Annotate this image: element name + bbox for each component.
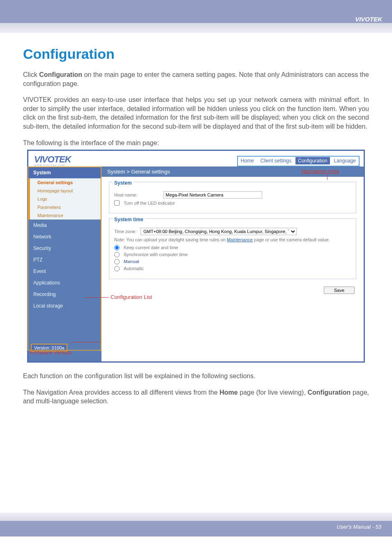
sidebar-item-recording[interactable]: Recording	[28, 289, 101, 300]
sidebar-sub-general-settings[interactable]: General settings	[30, 178, 101, 187]
page-title: Configuration	[23, 46, 369, 62]
footer-page-number: User's Manual - 53	[337, 524, 381, 530]
home-keyword: Home	[219, 389, 238, 396]
intro-para-2: VIVOTEK provides an easy-to-use user int…	[23, 95, 369, 131]
configuration-keyword-2: Configuration	[307, 389, 350, 396]
nav-configuration[interactable]: Configuration	[295, 157, 330, 164]
sidebar-item-media[interactable]: Media	[28, 220, 101, 231]
sidebar-sub-logs[interactable]: Logs	[30, 195, 101, 203]
top-navigation: Home Client settings Configuration Langu…	[238, 157, 358, 165]
closing-para-2: The Navigation Area provides access to a…	[23, 388, 369, 406]
radio-sync-computer[interactable]	[114, 252, 120, 257]
host-name-input[interactable]	[164, 191, 262, 199]
timezone-note: Note: You can upload your daylight savin…	[114, 237, 351, 243]
text: Click	[23, 71, 39, 78]
annotation-line	[71, 342, 100, 342]
screenshot-box: VIVOTEK WWW.VIVOTEK.COM Home Client sett…	[27, 150, 365, 363]
timezone-label: Time zone:	[114, 229, 136, 234]
radio-manual-label: Manual	[124, 259, 139, 264]
annotation-configuration-list-row: Configuration List	[109, 294, 364, 300]
content-area: Configuration Click Configuration on the…	[0, 33, 392, 406]
brand-title: VIVOTEK	[355, 16, 382, 23]
radio-manual[interactable]	[114, 259, 120, 264]
topnav-outline: Home Client settings Configuration Langu…	[237, 156, 360, 166]
led-indicator-label: Turn off the LED indicator	[124, 201, 175, 206]
sidebar-item-network[interactable]: Network	[28, 231, 101, 243]
radio-sync-computer-label: Synchronize with computer time	[124, 252, 188, 257]
maintenance-link[interactable]: Maintenance	[227, 237, 253, 242]
text: page or use the camera default value.	[253, 237, 330, 242]
sidebar-sub-maintenance[interactable]: Maintenance	[30, 211, 101, 220]
radio-keep-current[interactable]	[114, 245, 120, 250]
annotation-line	[327, 174, 327, 180]
sidebar-group-system[interactable]: System	[28, 167, 101, 178]
save-button[interactable]: Save	[324, 287, 355, 294]
screenshot-top-bar: VIVOTEK WWW.VIVOTEK.COM Home Client sett…	[28, 151, 364, 166]
sidebar-item-event[interactable]: Event	[28, 266, 101, 277]
sidebar-item-local-storage[interactable]: Local storage	[28, 300, 101, 312]
nav-home[interactable]: Home	[238, 157, 256, 164]
page-header: VIVOTEK	[0, 0, 392, 33]
sidebar: System General settings Homepage layout …	[28, 166, 101, 361]
sidebar-sub-homepage-layout[interactable]: Homepage layout	[30, 187, 101, 195]
radio-keep-current-label: Keep current date and time	[124, 245, 178, 250]
timezone-select[interactable]: GMT+08:00 Beijing, Chongqing, Hong Kong,…	[141, 228, 297, 235]
main-pane: System > General settings Navigation Are…	[101, 166, 364, 361]
system-time-fieldset: System time Time zone: GMT+08:00 Beijing…	[109, 218, 356, 279]
radio-automatic[interactable]	[114, 266, 120, 271]
sidebar-submenu: General settings Homepage layout Logs Pa…	[28, 178, 101, 220]
sidebar-item-security[interactable]: Security	[28, 243, 101, 254]
annotation-line	[84, 297, 109, 298]
intro-para-1: Click Configuration on the main page to …	[23, 70, 369, 88]
host-name-label: Host name:	[114, 192, 159, 197]
closing-para-1: Each function on the configuration list …	[23, 372, 369, 381]
annotation-navigation-area: Navigation Area	[301, 168, 339, 174]
system-time-legend: System time	[113, 217, 145, 222]
sidebar-item-ptz[interactable]: PTZ	[28, 254, 101, 266]
screenshot-body: System General settings Homepage layout …	[28, 166, 364, 361]
text: The Navigation Area provides access to a…	[23, 389, 219, 396]
text: page (for live viewing),	[238, 389, 308, 396]
nav-client-settings[interactable]: Client settings	[258, 157, 294, 164]
annotation-firmware-version: Firmware Version	[30, 349, 71, 356]
intro-para-3: The following is the interface of the ma…	[23, 139, 369, 148]
nav-language[interactable]: Language	[332, 157, 358, 164]
system-fieldset: System Host name: Turn off the LED indic…	[109, 182, 356, 213]
led-indicator-checkbox[interactable]	[114, 200, 120, 206]
sidebar-item-applications[interactable]: Applications	[28, 277, 101, 289]
system-legend: System	[113, 180, 134, 186]
configuration-keyword: Configuration	[39, 71, 82, 78]
page-footer: User's Manual - 53	[0, 513, 392, 536]
radio-automatic-label: Automatic	[124, 266, 144, 271]
annotation-configuration-list: Configuration List	[111, 294, 152, 300]
vivotek-logo: VIVOTEK	[34, 154, 71, 164]
logo-block: VIVOTEK WWW.VIVOTEK.COM	[34, 154, 71, 166]
text: Note: You can upload your daylight savin…	[114, 237, 227, 242]
sidebar-sub-parameters[interactable]: Parameters	[30, 203, 101, 211]
